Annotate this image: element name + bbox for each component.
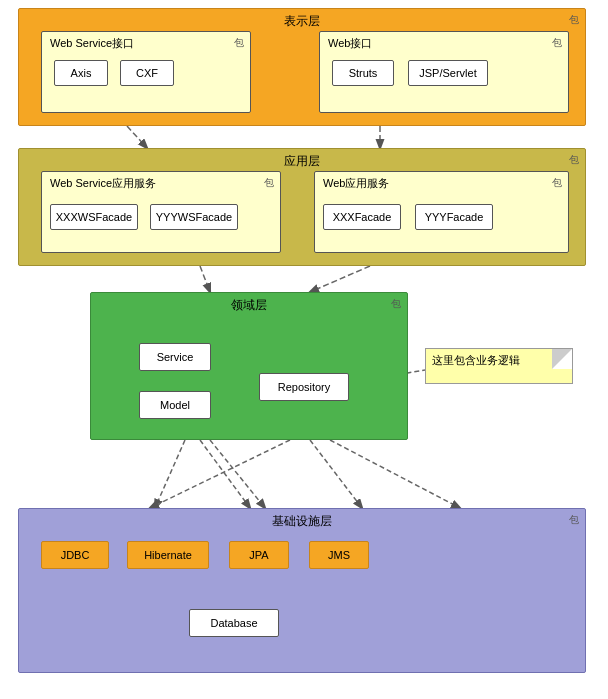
- ws-app-service-icon: 包: [264, 176, 274, 190]
- jpa-box: JPA: [229, 541, 289, 569]
- application-layer-icon: 包: [569, 153, 579, 167]
- model-box: Model: [139, 391, 211, 419]
- note-box: 这里包含业务逻辑: [425, 348, 573, 384]
- ws-app-service-title: Web Service应用服务: [50, 176, 156, 191]
- infrastructure-layer-title: 基础设施层: [272, 513, 332, 530]
- svg-line-10: [310, 440, 362, 508]
- svg-line-12: [150, 440, 290, 508]
- xxxws-facade-box: XXXWSFacade: [50, 204, 138, 230]
- application-layer-title: 应用层: [284, 153, 320, 170]
- ws-app-service-box: Web Service应用服务 包 XXXWSFacade YYYWSFacad…: [41, 171, 281, 253]
- domain-layer-title: 领域层: [231, 297, 267, 314]
- svg-line-11: [330, 440, 460, 508]
- web-app-service-title: Web应用服务: [323, 176, 389, 191]
- xxx-facade-box: XXXFacade: [323, 204, 401, 230]
- cxf-box: CXF: [120, 60, 174, 86]
- struts-box: Struts: [332, 60, 394, 86]
- presentation-layer-title: 表示层: [284, 13, 320, 30]
- service-box: Service: [139, 343, 211, 371]
- svg-line-8: [200, 440, 250, 508]
- web-interface-icon: 包: [552, 36, 562, 50]
- web-app-service-icon: 包: [552, 176, 562, 190]
- svg-line-7: [155, 440, 185, 508]
- domain-layer-icon: 包: [391, 297, 401, 311]
- svg-line-2: [200, 266, 210, 292]
- domain-layer: 领域层 包 Service Repository Model: [90, 292, 408, 440]
- presentation-layer: 表示层 包 Web Service接口 包 Axis CXF Web接口 包 S…: [18, 8, 586, 126]
- svg-line-0: [127, 126, 147, 148]
- database-box: Database: [189, 609, 279, 637]
- application-layer: 应用层 包 Web Service应用服务 包 XXXWSFacade YYYW…: [18, 148, 586, 266]
- ws-interface-title: Web Service接口: [50, 36, 134, 51]
- ws-interface-box: Web Service接口 包 Axis CXF: [41, 31, 251, 113]
- note-text: 这里包含业务逻辑: [432, 354, 520, 366]
- yyyws-facade-box: YYYWSFacade: [150, 204, 238, 230]
- jdbc-box: JDBC: [41, 541, 109, 569]
- jms-box: JMS: [309, 541, 369, 569]
- yyy-facade-box: YYYFacade: [415, 204, 493, 230]
- svg-line-3: [310, 266, 370, 292]
- jsp-servlet-box: JSP/Servlet: [408, 60, 488, 86]
- svg-line-9: [210, 440, 265, 508]
- infrastructure-layer-icon: 包: [569, 513, 579, 527]
- web-interface-title: Web接口: [328, 36, 372, 51]
- web-interface-box: Web接口 包 Struts JSP/Servlet: [319, 31, 569, 113]
- hibernate-box: Hibernate: [127, 541, 209, 569]
- repository-box: Repository: [259, 373, 349, 401]
- axis-box: Axis: [54, 60, 108, 86]
- web-app-service-box: Web应用服务 包 XXXFacade YYYFacade: [314, 171, 569, 253]
- diagram-container: 表示层 包 Web Service接口 包 Axis CXF Web接口 包 S…: [0, 0, 608, 699]
- ws-interface-icon: 包: [234, 36, 244, 50]
- infrastructure-layer: 基础设施层 包 JDBC Hibernate JPA JMS Database: [18, 508, 586, 673]
- presentation-layer-icon: 包: [569, 13, 579, 27]
